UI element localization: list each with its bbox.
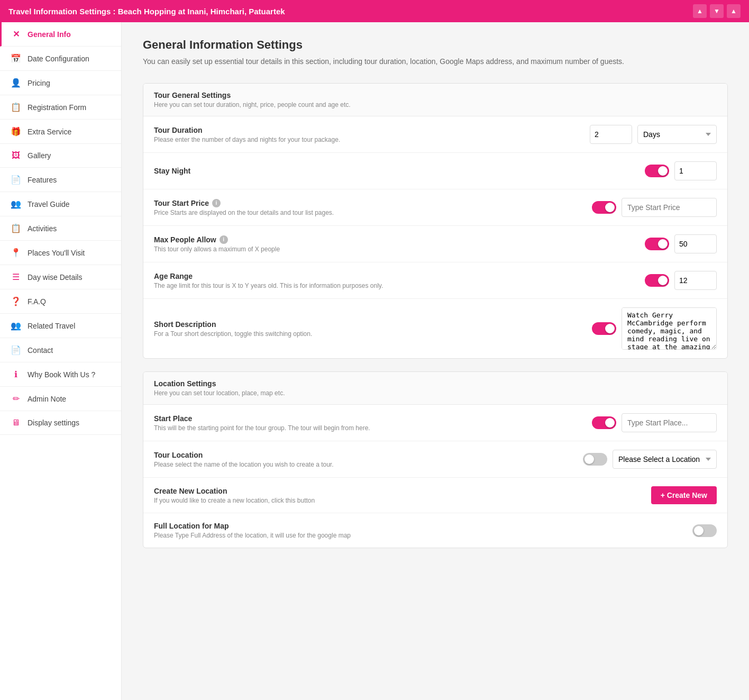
textarea-short-description[interactable] (622, 307, 717, 350)
sidebar-item-features[interactable]: 📄Features (0, 168, 121, 192)
sidebar-label-activities: Activities (28, 224, 57, 233)
setting-row-tour-duration: Tour DurationPlease enter the number of … (143, 116, 727, 153)
setting-label-create-new-location: Create New Location (154, 487, 641, 495)
number-input-max-people-allow[interactable] (674, 234, 717, 253)
setting-label-stay-night: Stay Night (154, 167, 634, 175)
setting-control-start-place (592, 413, 717, 432)
sidebar-item-gallery[interactable]: 🖼Gallery (0, 144, 121, 168)
sidebar-icon-gallery: 🖼 (11, 151, 21, 160)
sidebar-icon-why-book-with-us: ℹ (11, 369, 21, 379)
sidebar-label-gallery: Gallery (28, 151, 51, 160)
duration-number-input[interactable] (590, 125, 632, 144)
sidebar-item-faq[interactable]: ❓F.A.Q (0, 289, 121, 314)
sidebar-item-registration-form[interactable]: 📋Registration Form (0, 95, 121, 120)
location-settings-header: Location Settings Here you can set tour … (143, 372, 727, 405)
text-input-tour-start-price[interactable] (622, 198, 717, 217)
sidebar-item-extra-service[interactable]: 🎁Extra Service (0, 120, 121, 144)
sidebar-icon-activities: 📋 (11, 223, 21, 233)
setting-desc-tour-duration: Please enter the number of days and nigh… (154, 136, 579, 143)
setting-info-stay-night: Stay Night (154, 167, 645, 175)
sidebar-item-contact[interactable]: 📄Contact (0, 338, 121, 362)
sidebar-label-faq: F.A.Q (28, 297, 46, 306)
info-icon-max-people-allow: i (220, 235, 228, 244)
sidebar-label-admin-note: Admin Note (28, 395, 66, 403)
sidebar-item-places-youll-visit[interactable]: 📍Places You'll Visit (0, 241, 121, 265)
setting-control-tour-location: Please Select a LocationInaniHimchariPat… (583, 450, 717, 469)
toggle-short-description[interactable] (592, 322, 616, 335)
sidebar-icon-features: 📄 (11, 175, 21, 185)
sidebar-item-day-wise-details[interactable]: ☰Day wise Details (0, 265, 121, 289)
toggle-full-location-map[interactable] (692, 524, 717, 537)
sidebar-label-extra-service: Extra Service (28, 128, 71, 136)
main-content: General Information Settings You can eas… (122, 22, 749, 700)
sidebar-icon-places-youll-visit: 📍 (11, 248, 21, 258)
sidebar-item-pricing[interactable]: 👤Pricing (0, 71, 121, 95)
topbar-up-btn[interactable]: ▲ (693, 4, 707, 18)
setting-control-full-location-map (692, 524, 717, 537)
duration-select[interactable]: DaysNightsHours (637, 125, 717, 144)
setting-row-max-people-allow: Max People AllowiThis tour only allows a… (143, 226, 727, 262)
setting-desc-short-description: For a Tour short description, toggle thi… (154, 330, 581, 338)
sidebar-item-activities[interactable]: 📋Activities (0, 216, 121, 241)
toggle-age-range[interactable] (645, 274, 669, 287)
sidebar-item-related-travel[interactable]: 👥Related Travel (0, 314, 121, 338)
sidebar-item-general-info[interactable]: ✕General Info (0, 22, 121, 47)
sidebar-icon-extra-service: 🎁 (11, 126, 21, 137)
setting-row-create-new-location: Create New LocationIf you would like to … (143, 478, 727, 513)
setting-control-short-description (592, 307, 717, 350)
sidebar-label-features: Features (28, 176, 57, 184)
setting-row-short-description: Short DescriptionFor a Tour short descri… (143, 299, 727, 358)
setting-desc-tour-start-price: Price Starts are displayed on the tour d… (154, 209, 581, 216)
sidebar-icon-contact: 📄 (11, 345, 21, 355)
location-settings-desc: Here you can set tour location, place, m… (154, 389, 717, 397)
sidebar-item-date-config[interactable]: 📅Date Configuration (0, 47, 121, 71)
sidebar-item-admin-note[interactable]: ✏Admin Note (0, 387, 121, 411)
select-tour-location[interactable]: Please Select a LocationInaniHimchariPat… (613, 450, 717, 469)
sidebar-icon-general-info: ✕ (11, 29, 21, 39)
setting-row-tour-start-price: Tour Start PriceiPrice Starts are displa… (143, 189, 727, 226)
setting-desc-max-people-allow: This tour only allows a maximum of X peo… (154, 246, 634, 253)
number-input-stay-night[interactable] (674, 161, 717, 180)
text-input-start-place[interactable] (622, 413, 717, 432)
setting-info-age-range: Age RangeThe age limit for this tour is … (154, 272, 645, 289)
topbar-down-btn[interactable]: ▼ (710, 4, 724, 18)
topbar: Travel Information Settings : Beach Hopp… (0, 0, 749, 22)
setting-info-full-location-map: Full Location for MapPlease Type Full Ad… (154, 522, 692, 539)
toggle-max-people-allow[interactable] (645, 238, 669, 250)
toggle-start-place[interactable] (592, 416, 616, 429)
setting-info-create-new-location: Create New LocationIf you would like to … (154, 487, 651, 504)
number-input-age-range[interactable] (674, 271, 717, 290)
create-new-location-button[interactable]: + Create New (651, 486, 717, 504)
sidebar-label-display-settings: Display settings (28, 419, 79, 427)
sidebar-icon-related-travel: 👥 (11, 321, 21, 331)
setting-label-tour-start-price: Tour Start Pricei (154, 199, 581, 207)
sidebar-icon-faq: ❓ (11, 296, 21, 306)
sidebar-icon-day-wise-details: ☰ (11, 272, 21, 282)
sidebar-item-why-book-with-us[interactable]: ℹWhy Book With Us ? (0, 362, 121, 387)
sidebar-label-pricing: Pricing (28, 79, 50, 87)
setting-row-age-range: Age RangeThe age limit for this tour is … (143, 262, 727, 299)
sidebar-icon-display-settings: 🖥 (11, 418, 21, 428)
sidebar-label-why-book-with-us: Why Book With Us ? (28, 370, 95, 379)
sidebar-icon-date-config: 📅 (11, 53, 21, 63)
layout: ✕General Info📅Date Configuration👤Pricing… (0, 22, 749, 700)
sidebar-label-date-config: Date Configuration (28, 54, 89, 63)
toggle-stay-night[interactable] (645, 165, 669, 177)
setting-label-full-location-map: Full Location for Map (154, 522, 682, 530)
setting-label-tour-duration: Tour Duration (154, 126, 579, 134)
location-settings-card: Location Settings Here you can set tour … (143, 371, 728, 548)
setting-label-start-place: Start Place (154, 414, 581, 423)
sidebar-item-display-settings[interactable]: 🖥Display settings (0, 411, 121, 435)
topbar-expand-btn[interactable]: ▲ (727, 4, 741, 18)
sidebar-icon-pricing: 👤 (11, 78, 21, 88)
setting-info-tour-start-price: Tour Start PriceiPrice Starts are displa… (154, 199, 592, 216)
setting-info-short-description: Short DescriptionFor a Tour short descri… (154, 320, 592, 338)
info-icon-tour-start-price: i (212, 199, 221, 207)
setting-row-tour-location: Tour LocationPlease select the name of t… (143, 441, 727, 478)
toggle-tour-start-price[interactable] (592, 201, 616, 214)
sidebar-item-travel-guide[interactable]: 👥Travel Guide (0, 192, 121, 216)
toggle-tour-location[interactable] (583, 453, 607, 466)
sidebar-label-related-travel: Related Travel (28, 322, 75, 330)
sidebar-icon-travel-guide: 👥 (11, 199, 21, 209)
setting-info-tour-duration: Tour DurationPlease enter the number of … (154, 126, 590, 143)
